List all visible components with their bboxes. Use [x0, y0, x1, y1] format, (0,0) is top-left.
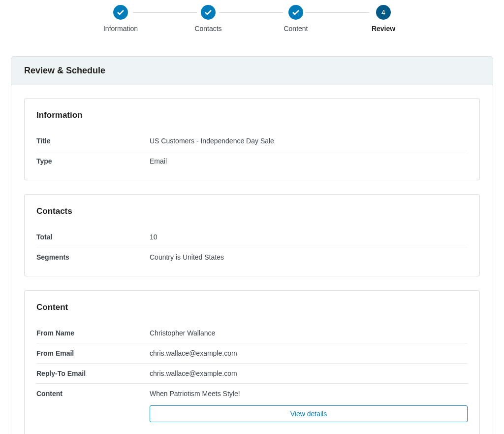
step-label: Review: [372, 25, 395, 33]
step-label: Information: [103, 25, 138, 33]
row-value: 10: [150, 233, 468, 241]
row-label: Content: [36, 390, 150, 422]
view-details-button[interactable]: View details: [150, 405, 468, 422]
card-title: Information: [36, 110, 468, 120]
panel-body: Information Title US Customers - Indepen…: [11, 85, 493, 434]
check-icon: [117, 10, 124, 15]
step-circle: [288, 5, 303, 20]
step-circle: [201, 5, 216, 20]
row-label: Title: [36, 137, 150, 145]
check-icon: [292, 10, 299, 15]
content-summary: When Patriotism Meets Style!: [150, 390, 468, 398]
card-title: Content: [36, 302, 468, 312]
step-review[interactable]: 4 Review: [354, 5, 413, 33]
step-label: Content: [284, 25, 308, 33]
content-card: Content From Name Christopher Wallance F…: [24, 290, 480, 434]
row-total: Total 10: [36, 227, 468, 247]
row-label: Segments: [36, 253, 150, 261]
row-value: Country is United States: [150, 253, 468, 261]
row-title: Title US Customers - Independence Day Sa…: [36, 131, 468, 151]
panel-title: Review & Schedule: [11, 57, 493, 85]
row-label: Total: [36, 233, 150, 241]
row-reply-to: Reply-To Email chris.wallace@example.com: [36, 364, 468, 384]
row-value: chris.wallace@example.com: [150, 349, 468, 357]
review-panel: Review & Schedule Information Title US C…: [11, 56, 493, 434]
row-value: chris.wallace@example.com: [150, 369, 468, 377]
contacts-card: Contacts Total 10 Segments Country is Un…: [24, 194, 480, 276]
row-content: Content When Patriotism Meets Style! Vie…: [36, 384, 468, 428]
row-label: Reply-To Email: [36, 369, 150, 377]
row-value: US Customers - Independence Day Sale: [150, 137, 468, 145]
row-label: Type: [36, 157, 150, 165]
row-value: Email: [150, 157, 468, 165]
row-from-email: From Email chris.wallace@example.com: [36, 343, 468, 364]
row-value: Christopher Wallance: [150, 329, 468, 337]
card-title: Contacts: [36, 206, 468, 216]
step-information[interactable]: Information: [91, 5, 150, 33]
step-content[interactable]: Content: [266, 5, 325, 33]
row-label: From Name: [36, 329, 150, 337]
row-type: Type Email: [36, 151, 468, 171]
row-from-name: From Name Christopher Wallance: [36, 323, 468, 343]
check-icon: [205, 10, 212, 15]
information-card: Information Title US Customers - Indepen…: [24, 98, 480, 180]
step-label: Contacts: [194, 25, 221, 33]
step-circle: [113, 5, 128, 20]
step-number: 4: [381, 8, 385, 16]
stepper: Information Contacts Content 4 Review: [0, 0, 504, 41]
row-label: From Email: [36, 349, 150, 357]
step-circle: 4: [376, 5, 391, 20]
row-segments: Segments Country is United States: [36, 247, 468, 267]
row-value-stack: When Patriotism Meets Style! View detail…: [150, 390, 468, 422]
step-contacts[interactable]: Contacts: [179, 5, 238, 33]
